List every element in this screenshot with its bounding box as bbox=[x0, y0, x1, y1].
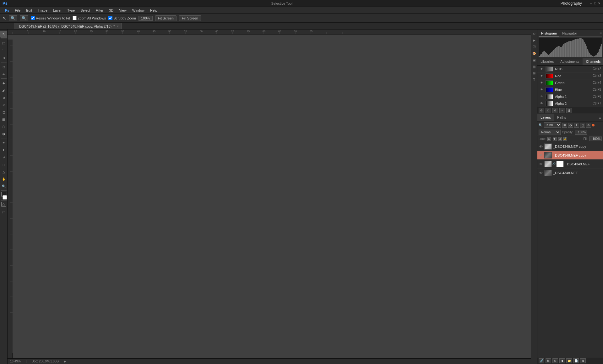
path-select-tool[interactable]: ↗ bbox=[0, 154, 7, 161]
menu-file[interactable]: File bbox=[12, 8, 23, 13]
channel-alpha2[interactable]: 👁 Alpha 2 Ctrl+7 bbox=[537, 100, 603, 107]
dodge-tool[interactable]: ◑ bbox=[0, 130, 7, 137]
background-color[interactable] bbox=[3, 195, 7, 200]
eyedropper-tool[interactable]: ✏ bbox=[0, 71, 7, 78]
layer-0-eye[interactable]: 👁 bbox=[539, 144, 543, 149]
shape-tool[interactable]: ◻ bbox=[0, 161, 7, 168]
zoom-percent-input[interactable] bbox=[139, 16, 153, 21]
layer-filter-type-icon[interactable]: T bbox=[574, 123, 579, 128]
add-style-btn[interactable]: fx bbox=[546, 358, 551, 363]
zoom-tool[interactable]: 🔍 bbox=[0, 183, 7, 190]
fill-screen-btn[interactable]: Fill Screen bbox=[179, 15, 201, 21]
menu-window[interactable]: Window bbox=[130, 8, 147, 13]
add-group-btn[interactable]: 📁 bbox=[566, 358, 572, 363]
canvas-container[interactable]: 人人素材社区 人人素材社区 人人素材社区 人人素材社区 www.rr-sc.co… bbox=[8, 35, 531, 358]
delete-layer-btn[interactable]: 🗑 bbox=[580, 358, 586, 363]
close-button[interactable]: ✕ bbox=[598, 2, 600, 5]
layer-filter-px-icon[interactable]: ⊞ bbox=[562, 123, 567, 128]
status-arrow[interactable]: ▶ bbox=[64, 360, 66, 363]
menu-image[interactable]: Image bbox=[35, 8, 50, 13]
channel-green[interactable]: 👁 Green Ctrl+4 bbox=[537, 79, 603, 86]
zoom-btn[interactable]: 🔍 bbox=[9, 15, 17, 21]
histogram-tab[interactable]: Histogram bbox=[539, 31, 559, 36]
swatches-icon[interactable]: ▣ bbox=[531, 57, 537, 63]
play-icon[interactable]: ▶ bbox=[531, 37, 537, 43]
marquee-tool[interactable]: ⬚ bbox=[0, 40, 7, 47]
lock-all-btn[interactable]: 🔒 bbox=[563, 137, 567, 141]
stamp-tool[interactable]: ⊕ bbox=[0, 94, 7, 101]
layer-2-eye[interactable]: 👁 bbox=[539, 162, 543, 166]
layers-list[interactable]: 👁 _DSC4349.NEF copy 👁 _DSC4348.NEF copy … bbox=[537, 142, 603, 357]
channel-blue-eye[interactable]: 👁 bbox=[539, 88, 544, 92]
history-brush-tool[interactable]: ↩ bbox=[0, 101, 7, 108]
channel-new-btn[interactable]: + bbox=[559, 108, 565, 113]
layer-item-2[interactable]: 👁 🔗 _DSC4349.NEF bbox=[537, 160, 603, 169]
layers-tab[interactable]: Layers bbox=[537, 114, 554, 121]
zoom-out-btn[interactable]: 🔍 bbox=[20, 15, 28, 21]
brush-tool[interactable]: 🖌 bbox=[0, 87, 7, 94]
channel-rgb[interactable]: 👁 RGB Ctrl+2 bbox=[537, 66, 603, 72]
menu-view[interactable]: View bbox=[117, 8, 129, 13]
channel-red-eye[interactable]: 👁 bbox=[539, 74, 544, 78]
typography-icon[interactable]: T bbox=[531, 77, 537, 83]
screen-mode-btn[interactable]: ⬚ bbox=[0, 209, 7, 216]
menu-select[interactable]: Select bbox=[78, 8, 93, 13]
gradient-r-icon[interactable]: ▤ bbox=[531, 64, 537, 69]
layer-filter-adj-icon[interactable]: ◑ bbox=[568, 123, 573, 128]
lock-artboards-btn[interactable]: ⊞ bbox=[558, 137, 562, 141]
minimize-button[interactable]: ─ bbox=[590, 2, 592, 5]
lock-pixels-btn[interactable]: ⊡ bbox=[547, 137, 551, 141]
channel-make-work-path-btn[interactable]: ⊘ bbox=[552, 108, 558, 113]
zoom-all-checkbox[interactable]: Zoom All Windows bbox=[73, 16, 106, 20]
gradient-tool[interactable]: ▦ bbox=[0, 116, 7, 123]
channel-red[interactable]: 👁 Red Ctrl+3 bbox=[537, 72, 603, 79]
resize-windows-checkbox[interactable]: Resize Windows to Fit bbox=[31, 16, 70, 20]
layer-item-0[interactable]: 👁 _DSC4349.NEF copy bbox=[537, 142, 603, 151]
menu-type[interactable]: Type bbox=[65, 8, 77, 13]
menu-layer[interactable]: Layer bbox=[51, 8, 64, 13]
layer-filter-shape-icon[interactable]: ◻ bbox=[580, 123, 585, 128]
menu-ps[interactable]: Ps bbox=[3, 8, 12, 13]
layer-item-1[interactable]: 👁 _DSC4348.NEF copy bbox=[537, 151, 603, 160]
lock-position-btn[interactable]: ✚ bbox=[553, 137, 557, 141]
quick-select-tool[interactable]: ⊙ bbox=[0, 54, 7, 61]
channel-rgb-eye[interactable]: 👁 bbox=[539, 67, 544, 71]
resize-windows-input[interactable] bbox=[31, 16, 35, 20]
layers-menu-icon[interactable]: ≡ bbox=[597, 114, 603, 121]
color-icon[interactable]: 🎨 bbox=[531, 51, 537, 56]
libraries-tab[interactable]: Libraries bbox=[537, 58, 557, 65]
fill-input[interactable] bbox=[589, 136, 602, 141]
history-icon[interactable]: ⊙ bbox=[531, 31, 537, 36]
patterns-icon[interactable]: ⊞ bbox=[531, 70, 537, 76]
channel-delete-btn[interactable]: 🗑 bbox=[566, 108, 572, 113]
channels-tab[interactable]: Channels bbox=[583, 58, 603, 65]
blur-tool[interactable]: ◌ bbox=[0, 123, 7, 130]
layer-3-eye[interactable]: 👁 bbox=[539, 171, 543, 175]
doc-tab-close[interactable]: × bbox=[117, 24, 118, 28]
blend-mode-select[interactable]: Normal bbox=[539, 130, 561, 135]
paths-tab[interactable]: Paths bbox=[554, 114, 569, 121]
layer-kind-select[interactable]: Kind bbox=[544, 122, 561, 128]
add-layer-btn[interactable]: 📄 bbox=[573, 358, 579, 363]
eraser-tool[interactable]: ◻ bbox=[0, 109, 7, 115]
channel-alpha2-eye[interactable]: 👁 bbox=[539, 101, 544, 106]
move-tool[interactable]: ↖ bbox=[0, 31, 7, 38]
triangle-tool[interactable]: △ bbox=[0, 168, 7, 175]
zoom-all-input[interactable] bbox=[73, 16, 77, 20]
layer-item-3[interactable]: 👁 _DSC4348.NEF bbox=[537, 169, 603, 177]
hand-tool[interactable]: ✋ bbox=[0, 175, 7, 182]
healing-tool[interactable]: ✚ bbox=[0, 80, 7, 87]
channel-alpha1[interactable]: 👁 Alpha 1 Ctrl+6 bbox=[537, 93, 603, 100]
type-tool[interactable]: T bbox=[0, 147, 7, 153]
menu-help[interactable]: Help bbox=[148, 8, 160, 13]
doc-tab[interactable]: _DSC4349.NEF @ 16.5% (_DSC4348.NEF copy,… bbox=[14, 23, 122, 29]
add-mask-btn[interactable]: ⊙ bbox=[552, 358, 558, 363]
menu-filter[interactable]: Filter bbox=[93, 8, 106, 13]
maximize-button[interactable]: □ bbox=[594, 2, 596, 5]
lasso-tool[interactable]: ⌒ bbox=[0, 47, 7, 54]
adjustments-tab[interactable]: Adjustments bbox=[557, 58, 583, 65]
channel-alpha1-eye[interactable]: 👁 bbox=[539, 94, 544, 99]
quick-mask-btn[interactable]: ◌ bbox=[1, 202, 6, 207]
fit-screen-btn[interactable]: Fit Screen bbox=[155, 15, 177, 21]
histogram-menu-icon[interactable]: ≡ bbox=[600, 31, 602, 36]
